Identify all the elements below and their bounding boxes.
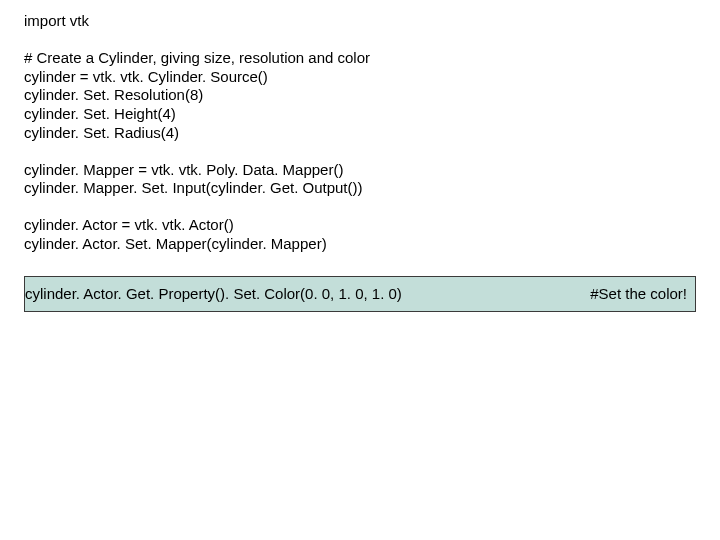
highlight-code: cylinder. Actor. Get. Property(). Set. C… [25, 285, 402, 302]
code-block: import vtk # Create a Cylinder, giving s… [24, 12, 696, 254]
code-line-set-resolution: cylinder. Set. Resolution(8) [24, 86, 696, 105]
code-line-actor-setmapper: cylinder. Actor. Set. Mapper(cylinder. M… [24, 235, 696, 254]
code-line-mapper-create: cylinder. Mapper = vtk. vtk. Poly. Data.… [24, 161, 696, 180]
code-line-import: import vtk [24, 12, 696, 31]
blank-line [24, 143, 696, 161]
code-line-mapper-setinput: cylinder. Mapper. Set. Input(cylinder. G… [24, 179, 696, 198]
code-line-cylinder-create: cylinder = vtk. vtk. Cylinder. Source() [24, 68, 696, 87]
highlight-box: cylinder. Actor. Get. Property(). Set. C… [24, 276, 696, 312]
highlight-comment: #Set the color! [590, 285, 687, 302]
blank-line [24, 31, 696, 49]
code-line-set-radius: cylinder. Set. Radius(4) [24, 124, 696, 143]
blank-line [24, 198, 696, 216]
code-line-set-height: cylinder. Set. Height(4) [24, 105, 696, 124]
slide: import vtk # Create a Cylinder, giving s… [0, 0, 720, 540]
code-line-comment: # Create a Cylinder, giving size, resolu… [24, 49, 696, 68]
code-line-actor-create: cylinder. Actor = vtk. vtk. Actor() [24, 216, 696, 235]
